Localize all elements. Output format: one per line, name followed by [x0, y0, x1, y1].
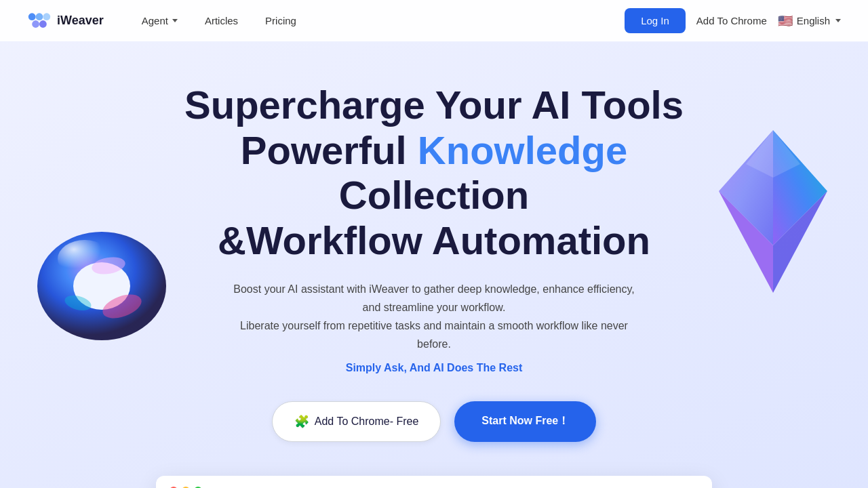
chevron-down-icon	[835, 19, 841, 22]
navbar: iWeaver Agent Articles Pricing Log In Ad…	[0, 0, 868, 42]
flag-icon: 🇺🇸	[778, 14, 793, 28]
nav-articles[interactable]: Articles	[194, 9, 249, 32]
hero-tagline: Simply Ask, And AI Does The Rest	[27, 362, 841, 374]
login-button[interactable]: Log In	[625, 8, 686, 33]
scribble-decoration	[495, 483, 576, 489]
svg-point-0	[28, 13, 36, 20]
svg-point-3	[32, 20, 39, 28]
torus-decoration	[27, 205, 176, 354]
svg-point-1	[36, 13, 43, 20]
logo-icon	[27, 12, 52, 30]
language-selector[interactable]: 🇺🇸 English	[778, 14, 841, 28]
diamond-decoration	[705, 110, 841, 313]
svg-point-2	[43, 13, 50, 20]
hero-subtitle: Boost your AI assistant with iWeaver to …	[231, 280, 637, 354]
logo[interactable]: iWeaver	[27, 12, 104, 30]
nav-right: Log In Add To Chrome 🇺🇸 English	[625, 8, 841, 33]
add-to-chrome-button[interactable]: Add To Chrome	[696, 15, 767, 26]
browser-mockup	[156, 476, 712, 489]
nav-links: Agent Articles Pricing	[131, 9, 625, 32]
nav-pricing[interactable]: Pricing	[254, 9, 307, 32]
svg-point-4	[39, 20, 47, 28]
logo-text: iWeaver	[57, 14, 104, 28]
start-now-free-button[interactable]: Start Now Free！	[454, 401, 596, 442]
hero-buttons: 🧩 Add To Chrome- Free Start Now Free！	[27, 401, 841, 442]
add-to-chrome-free-button[interactable]: 🧩 Add To Chrome- Free	[272, 401, 441, 442]
chrome-icon: 🧩	[294, 414, 309, 429]
hero-title: Supercharge Your AI Tools Powerful Knowl…	[163, 83, 705, 264]
hero-section: Supercharge Your AI Tools Powerful Knowl…	[0, 42, 868, 488]
lang-label: English	[797, 15, 830, 26]
chevron-down-icon	[172, 19, 178, 22]
nav-agent[interactable]: Agent	[131, 9, 189, 32]
